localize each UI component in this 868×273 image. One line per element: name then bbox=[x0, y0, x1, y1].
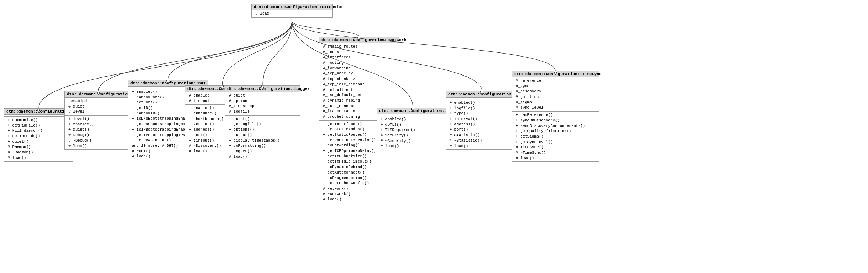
box-network-title: dtn::daemon::Configuration::Network bbox=[319, 37, 399, 43]
box-security-title: dtn::daemon::Configuration::Security bbox=[377, 108, 449, 114]
box-debug-fields: _enabled #_quiet #_level bbox=[65, 98, 133, 116]
box-debug-methods: + level() + enabled() + quiet() # Debug(… bbox=[65, 116, 133, 149]
box-daemon-methods: + daemonize() + getPidFile() + kill_daem… bbox=[4, 117, 73, 161]
member-load: # load() bbox=[254, 11, 330, 17]
box-security-methods: + enabled() + doTLS() + TLSRequired() # … bbox=[377, 116, 449, 150]
box-debug: dtn::daemon::Configuration::Debug _enabl… bbox=[64, 91, 133, 150]
box-extension: dtn::daemon::Configuration::Extension # … bbox=[251, 4, 333, 18]
box-logger: dtn::daemon::Configuration::Logger #_qui… bbox=[225, 85, 300, 160]
box-extension-title: dtn::daemon::Configuration::Extension bbox=[252, 4, 332, 10]
box-timesync-fields: #_reference #_sync #_discovery #_got_tic… bbox=[512, 77, 599, 112]
box-timesync-methods: + hasReference() + syncOnDiscovery() + s… bbox=[512, 112, 599, 161]
diagram-container: dtn::daemon::Configuration::Extension # … bbox=[0, 0, 868, 273]
box-timesync-title: dtn::daemon::Configuration::TimeSync bbox=[512, 71, 599, 77]
box-statistic-title: dtn::daemon::Configuration::Statistic bbox=[446, 91, 518, 98]
box-statistic: dtn::daemon::Configuration::Statistic + … bbox=[446, 91, 518, 150]
box-logger-fields: #_quiet #_options #_timestamps #_logfile bbox=[225, 92, 300, 116]
box-timesync: dtn::daemon::Configuration::TimeSync #_r… bbox=[512, 71, 599, 162]
box-logger-methods: + quiet() + getLogfile() + options() + o… bbox=[225, 116, 300, 160]
box-statistic-methods: + enabled() + logfile() + type() + inter… bbox=[446, 99, 518, 149]
box-extension-members: # load() bbox=[252, 10, 332, 17]
box-daemon-title: dtn::daemon::Configuration::Daemon bbox=[4, 109, 73, 115]
box-logger-title: dtn::daemon::Configuration::Logger bbox=[225, 86, 300, 92]
box-debug-title: dtn::daemon::Configuration::Debug bbox=[65, 91, 133, 98]
box-security: dtn::daemon::Configuration::Security + e… bbox=[377, 108, 449, 150]
box-daemon: dtn::daemon::Configuration::Daemon + dae… bbox=[4, 108, 73, 162]
